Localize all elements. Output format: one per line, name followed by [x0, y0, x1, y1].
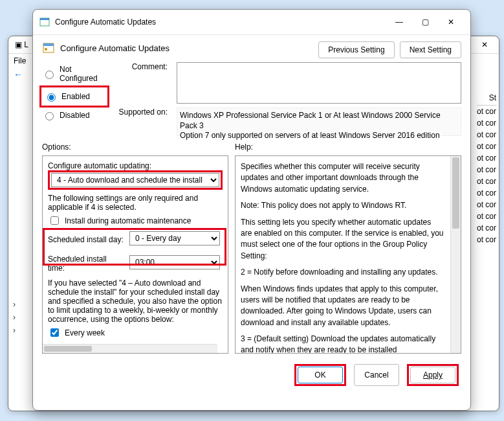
- apply-button[interactable]: Apply: [410, 367, 455, 383]
- tree-expand-icon[interactable]: ›: [13, 324, 16, 337]
- options-note: The following settings are only required…: [48, 194, 223, 212]
- titlebar: Configure Automatic Updates — ▢ ✕: [33, 10, 470, 35]
- highlight-ok: OK: [294, 364, 346, 386]
- background-row: ot cor: [477, 222, 496, 234]
- background-tree: › › ›: [13, 298, 16, 337]
- help-option-2-desc: When Windows finds updates that apply to…: [241, 284, 444, 329]
- background-row: ot cor: [477, 234, 496, 245]
- svg-rect-3: [43, 43, 54, 46]
- background-row: ot cor: [477, 129, 496, 141]
- supported-on-text: Windows XP Professional Service Pack 1 o…: [177, 108, 461, 136]
- help-scrollbar[interactable]: [450, 156, 461, 353]
- scheduled-install-day-label: Scheduled install day:: [48, 235, 126, 244]
- schedule-note: If you have selected "4 – Auto download …: [48, 279, 223, 324]
- help-paragraph: This setting lets you specify whether au…: [241, 217, 444, 262]
- background-row: ot cor: [477, 199, 496, 210]
- scrollbar-thumb[interactable]: [452, 157, 459, 229]
- dialog-configure-automatic-updates: Configure Automatic Updates — ▢ ✕ Config…: [32, 9, 471, 411]
- scrollbar-thumb[interactable]: [44, 346, 92, 352]
- help-label: Help:: [235, 142, 253, 152]
- help-paragraph: Specifies whether this computer will rec…: [241, 161, 444, 195]
- next-setting-button[interactable]: Next Setting: [400, 41, 461, 58]
- middle-section: Not Configured Enabled Disabled Comment:…: [33, 60, 470, 142]
- policy-title: Configure Automatic Updates: [60, 43, 170, 53]
- radio-not-configured-label: Not Configured: [60, 65, 107, 83]
- previous-setting-button[interactable]: Previous Setting: [318, 41, 394, 58]
- radio-disabled[interactable]: Disabled: [42, 110, 107, 120]
- policy-item-icon: [42, 41, 55, 54]
- minimize-button[interactable]: —: [386, 14, 412, 30]
- install-maintenance-checkbox[interactable]: Install during automatic maintenance: [48, 214, 223, 227]
- background-row: ot cor: [477, 152, 496, 164]
- header-row: Configure Automatic Updates Previous Set…: [33, 35, 470, 60]
- help-option-3: 3 = (Default setting) Download the updat…: [241, 334, 444, 354]
- highlight-apply: Apply: [407, 364, 459, 386]
- comment-supported-area: Comment: Supported on: Windows XP Profes…: [116, 62, 461, 136]
- close-button[interactable]: ✕: [438, 14, 464, 30]
- comment-textarea[interactable]: [177, 62, 461, 104]
- policy-window-icon: [39, 17, 50, 27]
- radio-disabled-input[interactable]: [45, 112, 54, 120]
- radio-disabled-label: Disabled: [60, 111, 90, 120]
- highlight-configure-select: 4 - Auto download and schedule the insta…: [48, 170, 223, 190]
- section-labels: Options: Help:: [33, 142, 470, 152]
- background-row: ot cor: [477, 164, 496, 176]
- background-row: ot cor: [477, 106, 496, 117]
- tree-expand-icon[interactable]: ›: [13, 311, 16, 324]
- svg-point-4: [45, 48, 47, 51]
- install-maintenance-label: Install during automatic maintenance: [65, 216, 191, 225]
- radio-not-configured[interactable]: Not Configured: [42, 65, 107, 83]
- help-option-2: 2 = Notify before downloading and instal…: [241, 267, 444, 278]
- background-title-text: L: [24, 40, 28, 49]
- every-week-input[interactable]: [50, 328, 59, 337]
- svg-rect-1: [40, 18, 49, 20]
- highlight-enabled: Enabled: [39, 85, 109, 108]
- options-horizontal-scrollbar[interactable]: [43, 344, 217, 353]
- background-row: ot cor: [477, 210, 496, 222]
- cancel-button[interactable]: Cancel: [354, 364, 399, 386]
- scheduled-install-time-label: Scheduled install time:: [48, 255, 126, 273]
- comment-label: Comment:: [116, 62, 171, 104]
- background-title-icon: ▣ L: [15, 40, 28, 49]
- columns: Configure automatic updating: 4 - Auto d…: [33, 152, 470, 358]
- background-state-column: St ot cor ot cor ot cor ot cor ot cor ot…: [477, 91, 496, 245]
- ok-button[interactable]: OK: [298, 367, 343, 383]
- help-panel: Specifies whether this computer will rec…: [235, 155, 461, 354]
- supported-on-label: Supported on:: [116, 108, 171, 136]
- footer-buttons: OK Cancel Apply: [33, 358, 470, 393]
- state-radios: Not Configured Enabled Disabled: [42, 62, 107, 136]
- background-close-icon[interactable]: ✕: [477, 40, 492, 49]
- background-column-header-state: St: [477, 91, 496, 106]
- radio-enabled-input[interactable]: [47, 93, 56, 102]
- every-week-label: Every week: [65, 328, 105, 337]
- configure-updating-select[interactable]: 4 - Auto download and schedule the insta…: [51, 173, 219, 187]
- tree-expand-icon[interactable]: ›: [13, 298, 16, 311]
- scheduled-install-day-select[interactable]: 0 - Every day: [129, 231, 220, 245]
- background-row: ot cor: [477, 117, 496, 129]
- background-row: ot cor: [477, 187, 496, 199]
- help-paragraph: Note: This policy does not apply to Wind…: [241, 200, 444, 211]
- options-label: Options:: [42, 142, 235, 152]
- every-week-checkbox[interactable]: Every week: [48, 326, 223, 339]
- background-row: ot cor: [477, 141, 496, 152]
- window-title: Configure Automatic Updates: [55, 17, 386, 27]
- install-maintenance-input[interactable]: [50, 216, 59, 225]
- background-row: ot cor: [477, 176, 496, 187]
- radio-enabled-label: Enabled: [61, 92, 90, 101]
- configure-updating-label: Configure automatic updating:: [48, 161, 223, 170]
- radio-not-configured-input[interactable]: [45, 71, 54, 79]
- maximize-button[interactable]: ▢: [412, 14, 438, 30]
- options-panel: Configure automatic updating: 4 - Auto d…: [42, 155, 228, 354]
- scheduled-install-time-select[interactable]: 03:00: [129, 255, 220, 269]
- radio-enabled[interactable]: Enabled: [44, 91, 105, 102]
